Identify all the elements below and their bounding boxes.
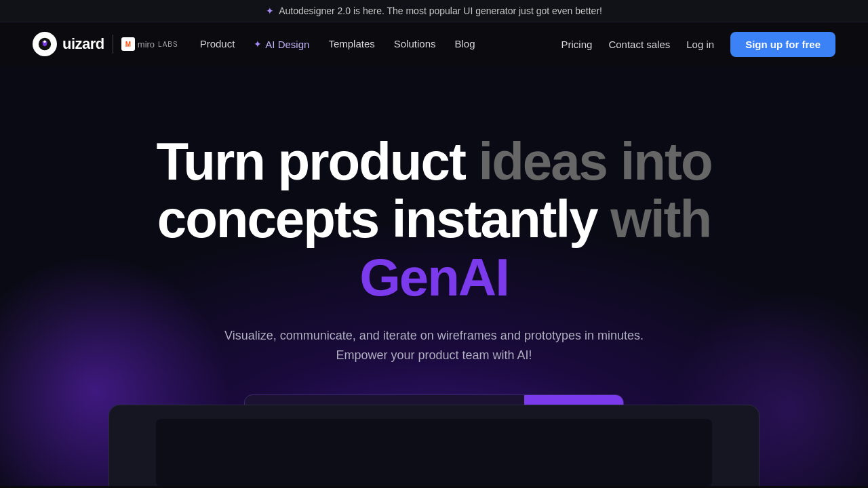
hero-title-part5: with bbox=[610, 189, 711, 249]
logo-divider bbox=[113, 35, 113, 54]
miro-labs: M miro LABS bbox=[121, 37, 178, 51]
navbar: uizard M miro LABS Product ✦ AI Design T… bbox=[0, 22, 868, 66]
nav-link-ai-design[interactable]: ✦ AI Design bbox=[254, 39, 309, 50]
announcement-bar: ✦ Autodesigner 2.0 is here. The most pop… bbox=[0, 0, 868, 22]
sparkle-icon: ✦ bbox=[266, 5, 274, 16]
nav-link-product[interactable]: Product bbox=[200, 38, 235, 49]
hero-title: Turn product ideas into concepts instant… bbox=[129, 133, 739, 307]
uizard-icon-svg bbox=[37, 37, 52, 52]
hero-title-part2: ideas bbox=[479, 131, 620, 191]
hero-title-part3: into bbox=[620, 131, 712, 191]
preview-card bbox=[108, 405, 760, 486]
nav-link-templates[interactable]: Templates bbox=[328, 38, 374, 49]
signup-button[interactable]: Sign up for free bbox=[730, 32, 835, 57]
miro-text: miro bbox=[138, 39, 155, 49]
nav-left: uizard M miro LABS Product ✦ AI Design T… bbox=[33, 32, 475, 56]
ai-design-label: AI Design bbox=[265, 39, 309, 50]
preview-inner bbox=[156, 419, 712, 486]
uizard-logo-icon bbox=[33, 32, 57, 56]
nav-right: Pricing Contact sales Log in Sign up for… bbox=[561, 32, 835, 57]
hero-title-part4: concepts instantly bbox=[157, 189, 611, 249]
nav-link-contact-sales[interactable]: Contact sales bbox=[608, 39, 670, 50]
logo-area[interactable]: uizard M miro LABS bbox=[33, 32, 178, 56]
hero-subtitle: Visualize, communicate, and iterate on w… bbox=[217, 326, 651, 365]
nav-link-pricing[interactable]: Pricing bbox=[561, 39, 593, 50]
announcement-text: Autodesigner 2.0 is here. The most popul… bbox=[279, 5, 602, 16]
miro-dot-icon: M bbox=[121, 37, 135, 51]
nav-links: Product ✦ AI Design Templates Solutions … bbox=[200, 38, 475, 50]
hero-title-part1: Turn product bbox=[156, 131, 478, 191]
logo-text: uizard bbox=[62, 35, 104, 53]
svg-point-1 bbox=[43, 41, 46, 43]
labs-text: LABS bbox=[158, 41, 178, 48]
nav-item-solutions[interactable]: Solutions bbox=[394, 38, 436, 50]
nav-item-templates[interactable]: Templates bbox=[328, 38, 374, 50]
hero-section: Turn product ideas into concepts instant… bbox=[0, 66, 868, 486]
hero-title-genai: GenAI bbox=[359, 247, 509, 307]
nav-item-blog[interactable]: Blog bbox=[455, 38, 475, 50]
nav-link-solutions[interactable]: Solutions bbox=[394, 38, 436, 49]
nav-link-blog[interactable]: Blog bbox=[455, 38, 475, 49]
uizard-logo[interactable]: uizard bbox=[33, 32, 104, 56]
ai-sparkle-icon: ✦ bbox=[254, 39, 262, 49]
nav-link-login[interactable]: Log in bbox=[686, 39, 714, 50]
nav-item-ai-design[interactable]: ✦ AI Design bbox=[254, 39, 309, 50]
nav-item-product[interactable]: Product bbox=[200, 38, 235, 50]
